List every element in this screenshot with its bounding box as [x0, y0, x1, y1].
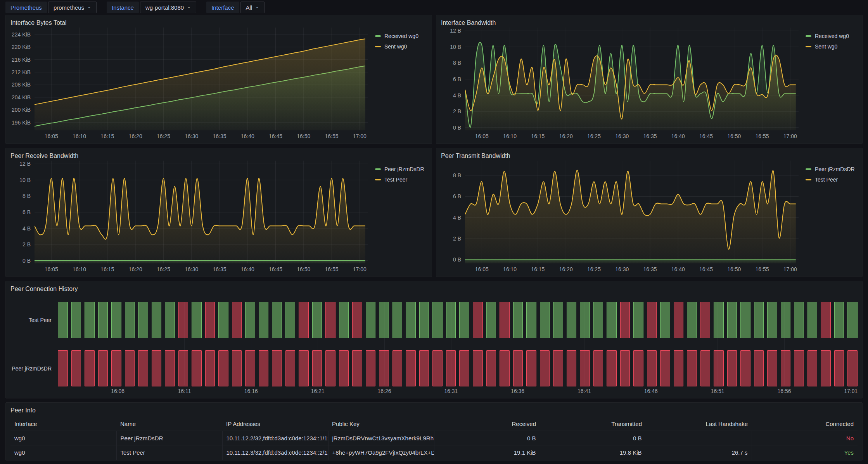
state-cell-connected [366, 302, 376, 338]
state-cell-disconnected [111, 350, 121, 386]
variable-group-prometheus: Prometheus prometheus ⌄ [5, 2, 97, 13]
state-cell-disconnected [633, 350, 643, 386]
x-axis-label: 16:21 [311, 388, 325, 394]
cell-transmitted: 0 B [540, 431, 646, 445]
variable-value-instance: wg-portal:8080 [145, 4, 184, 11]
x-axis-label: 17:01 [844, 388, 858, 394]
y-axis-label: 196 KiB [12, 119, 31, 126]
x-axis-label: 16:35 [213, 133, 226, 139]
legend-item-received-wg0[interactable]: Received wg0 [375, 33, 427, 39]
legend-item-received-wg0[interactable]: Received wg0 [806, 33, 858, 39]
panel-peer-info: Peer Info InterfaceNameIP AddressesPubli… [5, 402, 863, 461]
y-axis-label: 6 B [453, 76, 461, 82]
plot-area[interactable] [35, 28, 368, 130]
variable-label-prometheus: Prometheus [5, 2, 47, 13]
state-cell-connected [379, 302, 389, 338]
x-axis-label: 16:55 [325, 133, 339, 139]
state-cell-disconnected [821, 350, 831, 386]
x-axis-label: 16:45 [699, 266, 713, 272]
state-cell-disconnected [352, 302, 362, 338]
column-header-public-key[interactable]: Public Key [328, 417, 434, 431]
legend-item-peer-jrzmdsdr[interactable]: Peer jRzmDsDR [375, 166, 427, 172]
state-cell-disconnected [834, 350, 844, 386]
state-cell-disconnected [540, 350, 550, 386]
legend-item-test-peer[interactable]: Test Peer [375, 177, 427, 183]
state-cell-connected [339, 302, 349, 338]
state-cell-connected [607, 302, 617, 338]
column-header-received[interactable]: Received [434, 417, 540, 431]
y-axis-label: 10 B [19, 177, 31, 183]
cell-name: Test Peer [116, 445, 222, 460]
x-axis-label: 16:11 [178, 388, 191, 394]
variable-select-instance[interactable]: wg-portal:8080 ⌄ [140, 2, 196, 13]
x-axis: 16:0516:1016:1516:2016:2516:3016:3516:40… [35, 130, 368, 140]
column-header-connected[interactable]: Connected [752, 417, 858, 431]
state-cell-connected [660, 302, 670, 338]
variable-select-prometheus[interactable]: prometheus ⌄ [48, 2, 97, 13]
x-axis-label: 16:10 [73, 266, 86, 272]
state-cell-disconnected [459, 350, 469, 386]
variable-select-interface[interactable]: All ⌄ [240, 2, 265, 13]
column-header-last-handshake[interactable]: Last Handshake [646, 417, 752, 431]
x-axis-label: 16:45 [269, 133, 282, 139]
state-cell-connected [406, 302, 416, 338]
panel-title: Interface Bandwidth [441, 18, 858, 28]
y-axis: 0 B2 B4 B6 B8 B [441, 161, 465, 263]
state-cell-disconnected [125, 350, 135, 386]
state-cell-disconnected [259, 350, 269, 386]
state-cell-disconnected [58, 350, 68, 386]
column-header-transmitted[interactable]: Transmitted [540, 417, 646, 431]
state-cell-disconnected [847, 350, 858, 386]
state-cell-connected [834, 302, 844, 338]
column-header-name[interactable]: Name [116, 417, 222, 431]
series-color-swatch [375, 35, 381, 37]
state-cell-disconnected [325, 350, 335, 386]
state-cell-disconnected [299, 302, 309, 338]
x-axis-label: 16:30 [185, 266, 198, 272]
legend-item-sent-wg0[interactable]: Sent wg0 [806, 43, 858, 50]
state-cell-connected [432, 302, 443, 338]
y-axis-label: 4 B [453, 92, 461, 99]
plot-area[interactable] [465, 28, 799, 130]
series-color-swatch [806, 35, 811, 37]
x-axis: 16:0516:1016:1516:2016:2516:3016:3516:40… [465, 130, 799, 140]
column-header-interface[interactable]: Interface [10, 417, 116, 431]
x-axis-label: 16:25 [587, 133, 601, 139]
state-cell-disconnected [165, 350, 175, 386]
x-axis-label: 16:05 [45, 133, 58, 139]
panel-peer-transmit-bandwidth: Peer Transmit Bandwidth 0 B2 B4 B6 B8 B … [436, 148, 863, 277]
state-cell-disconnected [647, 302, 657, 338]
state-cell-connected [459, 302, 469, 338]
state-cell-disconnected [393, 350, 403, 386]
x-axis-label: 17:00 [783, 133, 797, 139]
state-cell-connected [767, 302, 777, 338]
cell-interface: wg0 [10, 445, 116, 460]
legend-item-sent-wg0[interactable]: Sent wg0 [375, 43, 427, 50]
x-axis-label: 16:46 [644, 388, 658, 394]
timeline-row [58, 302, 858, 338]
chevron-down-icon: ⌄ [187, 4, 191, 9]
state-cell-disconnected [714, 350, 724, 386]
x-axis-label: 16:36 [511, 388, 524, 394]
plot-area[interactable] [465, 161, 799, 263]
legend-label: Sent wg0 [384, 43, 407, 50]
state-cell-connected [714, 302, 724, 338]
legend-item-test-peer[interactable]: Test Peer [806, 177, 858, 183]
state-cell-disconnected [567, 350, 577, 386]
state-cell-disconnected [285, 350, 296, 386]
state-cell-disconnected [727, 350, 737, 386]
panel-title: Peer Info [10, 406, 858, 415]
state-cell-connected [58, 302, 68, 338]
plot-area[interactable] [35, 161, 368, 263]
cell-last-handshake [646, 431, 752, 445]
state-cell-disconnected [245, 350, 255, 386]
state-cell-connected [285, 302, 296, 338]
x-axis-label: 16:51 [711, 388, 724, 394]
series-color-swatch [375, 168, 381, 170]
state-cell-disconnected [85, 350, 95, 386]
legend-item-peer-jrzmdsdr[interactable]: Peer jRzmDsDR [806, 166, 858, 172]
x-axis-label: 16:30 [185, 133, 198, 139]
state-cell-disconnected [674, 350, 684, 386]
column-header-ip-addresses[interactable]: IP Addresses [222, 417, 328, 431]
variable-value-prometheus: prometheus [54, 4, 84, 11]
